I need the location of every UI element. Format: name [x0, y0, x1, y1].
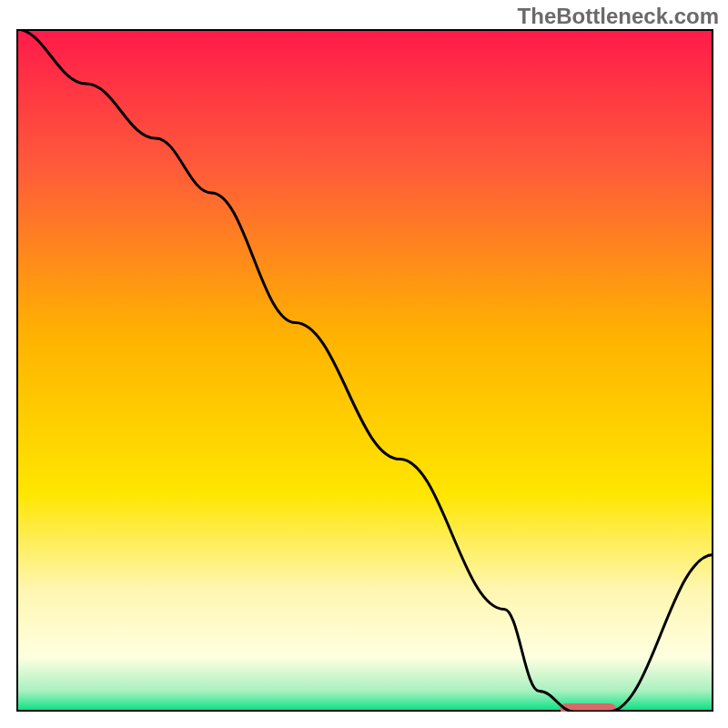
bottleneck-chart — [16, 29, 713, 712]
gradient-background — [16, 29, 713, 712]
watermark-text: TheBottleneck.com — [518, 4, 719, 29]
